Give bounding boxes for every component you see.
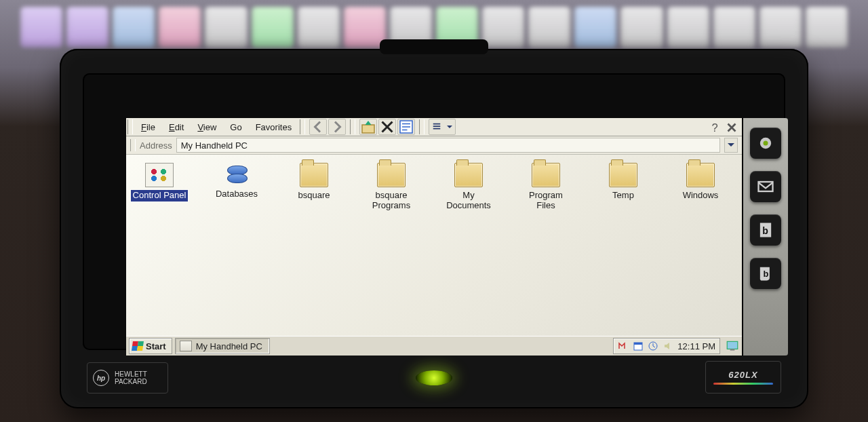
menu-label: iew [203,122,217,132]
svg-point-9 [764,141,768,146]
database-icon [223,163,250,186]
address-dropdown-button[interactable] [724,138,738,153]
start-button[interactable]: Start [129,338,172,354]
mail-icon [756,177,775,196]
fs-item-bsquare-programs[interactable]: bsquare Programs [362,163,420,212]
hw-button-word[interactable]: b [750,214,781,246]
screen-bezel: File Edit View Go Favorites [83,73,785,350]
hw-button-sheet[interactable]: b [750,258,781,289]
tray-connection-icon[interactable] [618,341,629,351]
fs-item-label: bsquare [296,190,332,202]
tray-world-clock-icon[interactable] [648,341,658,351]
help-button[interactable]: ? [708,120,723,134]
folder-up-icon [360,119,376,135]
menu-label: Favorites [256,122,292,132]
delete-x-icon [379,119,395,135]
brand-text: HEWLETT [115,370,147,378]
fs-item-label: My Documents [439,190,498,212]
menu-file[interactable]: File [134,118,162,136]
properties-button[interactable] [397,119,415,135]
view-toolbar [426,118,458,136]
power-led [416,370,452,385]
svg-rect-4 [634,343,642,345]
svg-text:b: b [762,225,768,236]
fs-item-label: Databases [214,189,260,200]
svg-text:b: b [764,269,769,279]
system-tray: 12:11 PM [613,338,720,354]
tray-volume-icon[interactable] [663,341,673,351]
brand-text: PACKARD [115,378,147,385]
window-controls: ? [708,118,742,136]
edit-toolbar [357,118,418,136]
hw-button-record[interactable] [750,128,781,159]
fs-item-label: Control Panel [131,190,189,202]
fs-item-windows[interactable]: Windows [671,163,730,212]
nav-forward-button[interactable] [328,119,346,135]
menubar: File Edit View Go Favorites [126,118,742,136]
control-panel-icon [145,163,174,187]
fs-item-bsquare[interactable]: bsquare [285,163,343,212]
folder-view[interactable]: Control PanelDatabasesbsquarebsquare Pro… [126,155,742,336]
menu-view[interactable]: View [191,118,223,136]
fs-item-program-files[interactable]: Program Files [517,163,575,212]
menu-label: Go [230,122,241,132]
fs-item-control-panel[interactable]: Control Panel [130,163,189,212]
fs-item-label: Program Files [517,190,575,212]
svg-rect-0 [362,125,374,133]
toolbar-separator [419,119,425,134]
hw-button-mail[interactable] [750,171,781,202]
menu: File Edit View Go Favorites [134,118,298,136]
nav-back-button[interactable] [309,119,327,135]
windows-flag-icon [132,341,144,351]
hardware-quick-launch: b b [742,118,788,356]
toolbar-grip[interactable] [130,139,136,151]
toolbar-separator [300,119,305,134]
folder-icon [454,163,483,187]
properties-icon [398,119,414,135]
menu-favorites[interactable]: Favorites [249,118,298,136]
svg-rect-10 [759,182,773,191]
menu-go[interactable]: Go [223,118,248,136]
svg-rect-6 [727,341,738,349]
display: File Edit View Go Favorites [126,118,742,356]
scroll-b-icon: b [756,264,775,283]
address-field[interactable]: My Handheld PC [176,138,720,153]
delete-button[interactable] [378,119,396,135]
address-label: Address [140,140,172,151]
fs-item-my-documents[interactable]: My Documents [439,163,498,212]
taskbar: Start My Handheld PC [126,336,742,356]
up-button[interactable] [359,119,377,135]
svg-text:?: ? [712,121,718,134]
close-button[interactable] [724,120,739,134]
toolbar-separator [350,119,355,134]
brand-badge: hp HEWLETT PACKARD [87,362,168,394]
explorer-window: File Edit View Go Favorites [126,118,742,356]
color-accent-bar [713,383,773,385]
menu-label: dit [175,122,184,132]
fs-item-temp[interactable]: Temp [594,163,652,212]
explorer-mini-icon [180,341,192,351]
show-desktop-button[interactable] [726,339,739,353]
fs-item-databases[interactable]: Databases [208,163,266,212]
help-icon: ? [708,120,723,135]
folder-icon [532,163,560,187]
fs-item-label: Temp [610,190,636,202]
views-icon [432,122,441,132]
model-badge: 620LX [705,361,781,394]
menu-label: ile [146,122,155,132]
toolbar-grip[interactable] [127,119,133,134]
menu-edit[interactable]: Edit [162,118,191,136]
start-label: Start [146,341,166,351]
hp-logo-icon: hp [93,370,109,386]
device-hinge [380,39,488,54]
address-path-text: My Handheld PC [181,140,248,151]
tray-calendar-icon[interactable] [633,341,644,351]
svg-rect-7 [730,349,735,350]
tray-clock[interactable]: 12:11 PM [677,341,715,351]
nav-toolbar [307,118,349,136]
close-icon [724,120,739,135]
icon-grid: Control PanelDatabasesbsquarebsquare Pro… [130,163,738,212]
views-dropdown-button[interactable] [429,119,456,135]
folder-icon [300,163,328,187]
taskbar-window-button[interactable]: My Handheld PC [175,338,270,354]
